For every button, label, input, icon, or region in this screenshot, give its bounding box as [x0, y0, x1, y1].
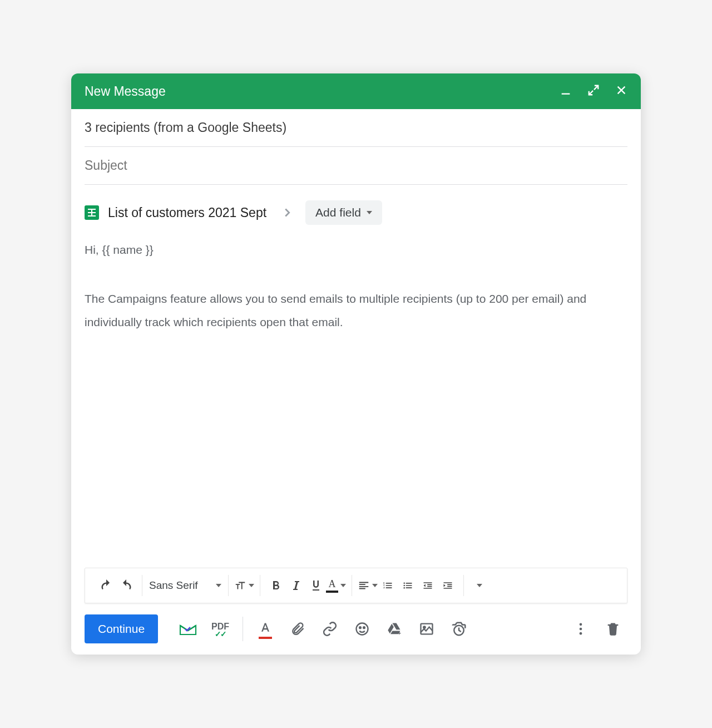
insert-photo-button[interactable] [412, 616, 441, 642]
undo-button[interactable] [96, 574, 116, 597]
caret-down-icon [477, 584, 482, 587]
font-family-select[interactable]: Sans Serif [144, 579, 227, 592]
caret-down-icon [249, 584, 254, 587]
svg-point-4 [357, 623, 368, 635]
window-title: New Message [85, 84, 560, 99]
caret-down-icon [367, 211, 372, 214]
caret-down-icon [340, 584, 346, 587]
subject-input[interactable] [85, 158, 627, 173]
read-receipt-button[interactable] [174, 616, 202, 642]
window-controls [560, 84, 627, 99]
svg-point-5 [359, 627, 361, 628]
minimize-icon[interactable] [560, 84, 572, 99]
font-size-button[interactable] [234, 574, 254, 597]
svg-point-13 [580, 632, 582, 635]
font-family-label: Sans Serif [149, 579, 198, 592]
pdf-attach-button[interactable]: PDF✓✓ [206, 616, 235, 642]
header-fields: 3 recipients (from a Google Sheets) List… [71, 109, 641, 236]
svg-point-1 [404, 583, 406, 584]
svg-point-2 [404, 585, 406, 587]
caret-down-icon [216, 584, 221, 587]
expand-icon[interactable] [587, 84, 600, 99]
svg-point-3 [404, 587, 406, 589]
insert-link-button[interactable] [315, 616, 344, 642]
window-header: New Message [71, 73, 641, 109]
close-icon[interactable] [615, 84, 627, 99]
insert-emoji-button[interactable] [348, 616, 377, 642]
svg-point-12 [580, 628, 582, 631]
text-color-action[interactable] [251, 616, 280, 642]
formatting-toolbar: Sans Serif A [85, 568, 627, 603]
underline-button[interactable] [306, 574, 326, 597]
email-body[interactable]: Hi, {{ name }} The Campaigns feature all… [71, 236, 641, 568]
sheet-source-row: List of customers 2021 Sept Add field [85, 185, 627, 236]
compose-window: New Message 3 recipients (from a Google … [71, 73, 641, 655]
svg-point-6 [363, 627, 365, 628]
attach-file-button[interactable] [283, 616, 312, 642]
text-color-button[interactable]: A [326, 574, 346, 597]
svg-rect-0 [562, 94, 570, 95]
schedule-send-button[interactable] [444, 616, 473, 642]
caret-down-icon [372, 584, 378, 587]
italic-button[interactable] [286, 574, 306, 597]
more-formatting-button[interactable] [469, 574, 490, 597]
body-paragraph: The Campaigns feature allows you to send… [85, 287, 627, 334]
more-options-button[interactable] [566, 616, 595, 642]
add-field-label: Add field [315, 206, 361, 219]
subject-row [85, 147, 627, 185]
continue-button[interactable]: Continue [85, 614, 158, 643]
svg-text:+: + [398, 629, 401, 636]
indent-less-button[interactable] [418, 574, 438, 597]
chevron-right-icon [281, 206, 293, 219]
discard-draft-button[interactable] [599, 616, 627, 642]
sheet-name[interactable]: List of customers 2021 Sept [108, 205, 266, 220]
recipients-field[interactable]: 3 recipients (from a Google Sheets) [85, 109, 627, 147]
bold-button[interactable] [266, 574, 286, 597]
add-field-button[interactable]: Add field [305, 200, 382, 225]
google-sheets-icon [85, 205, 99, 220]
redo-button[interactable] [116, 574, 136, 597]
svg-point-11 [580, 623, 582, 626]
svg-point-9 [423, 626, 426, 628]
align-button[interactable] [358, 574, 378, 597]
bullet-list-button[interactable] [398, 574, 418, 597]
bottom-action-bar: Continue PDF✓✓ + [71, 603, 641, 655]
indent-more-button[interactable] [438, 574, 458, 597]
body-greeting: Hi, {{ name }} [85, 238, 627, 262]
numbered-list-button[interactable] [378, 574, 398, 597]
insert-drive-button[interactable]: + [380, 616, 409, 642]
